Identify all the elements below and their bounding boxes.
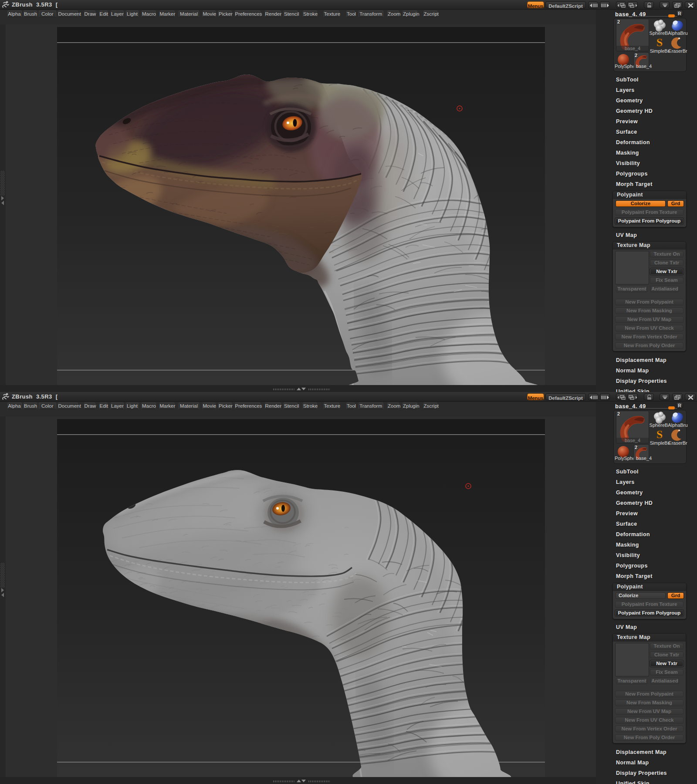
svg-text:S: S — [656, 36, 663, 49]
svg-text:S: S — [656, 428, 663, 441]
